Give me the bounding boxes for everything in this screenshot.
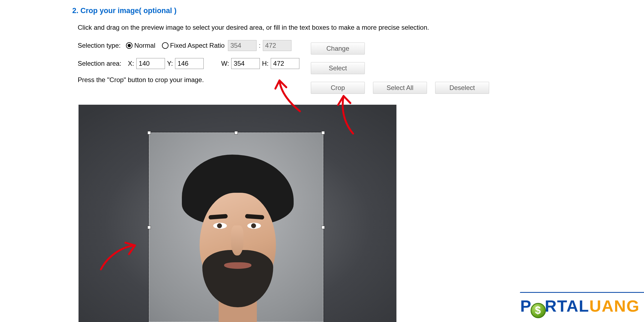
- resize-handle[interactable]: [321, 226, 325, 229]
- crop-button[interactable]: Crop: [311, 82, 365, 94]
- y-label: Y:: [167, 60, 173, 67]
- instruction-text: Click and drag on the preview image to s…: [72, 24, 644, 31]
- portaluang-logo: P$RTALUANG: [505, 292, 644, 322]
- radio-normal[interactable]: Normal: [126, 42, 155, 49]
- select-all-button[interactable]: Select All: [373, 82, 427, 94]
- radio-fixed[interactable]: Fixed Aspect Ratio: [162, 42, 225, 49]
- selection-area-label: Selection area:: [78, 60, 121, 67]
- portrait-beard: [202, 250, 273, 307]
- crop-selection[interactable]: [149, 133, 323, 322]
- logo-letter: RTAL: [545, 297, 589, 315]
- resize-handle[interactable]: [148, 131, 151, 134]
- portrait-nose: [231, 225, 243, 255]
- y-input[interactable]: [175, 58, 204, 69]
- resize-handle[interactable]: [148, 226, 151, 229]
- annotation-arrow-icon: [97, 237, 140, 273]
- portrait-eye: [213, 223, 227, 229]
- resize-handle[interactable]: [321, 131, 325, 134]
- ratio-height-input[interactable]: [263, 40, 291, 51]
- logo-letter: P: [520, 297, 532, 315]
- ratio-colon: :: [259, 42, 261, 49]
- selection-type-label: Selection type:: [78, 42, 121, 49]
- section-title: 2. Crop your image( optional ): [72, 7, 644, 15]
- annotation-arrow-icon: [269, 76, 304, 115]
- deselect-button[interactable]: Deselect: [435, 82, 489, 94]
- radio-fixed-label: Fixed Aspect Ratio: [170, 42, 225, 49]
- radio-icon: [162, 42, 168, 49]
- h-label: H:: [262, 60, 269, 67]
- ratio-width-input[interactable]: [228, 40, 257, 51]
- portrait-eye: [247, 223, 261, 229]
- w-input[interactable]: [231, 58, 260, 69]
- x-label: X:: [128, 60, 134, 67]
- radio-normal-label: Normal: [134, 42, 155, 49]
- logo-letter: UANG: [589, 297, 640, 315]
- select-button[interactable]: Select: [311, 62, 365, 74]
- resize-handle[interactable]: [234, 131, 238, 134]
- logo-coin-icon: $: [531, 303, 546, 318]
- radio-icon: [126, 42, 133, 49]
- annotation-arrow-icon: [331, 93, 359, 136]
- portrait-mouth: [224, 262, 251, 269]
- w-label: W:: [221, 60, 229, 67]
- h-input[interactable]: [271, 58, 299, 69]
- image-preview[interactable]: [79, 105, 396, 322]
- change-button[interactable]: Change: [311, 43, 365, 55]
- x-input[interactable]: [136, 58, 165, 69]
